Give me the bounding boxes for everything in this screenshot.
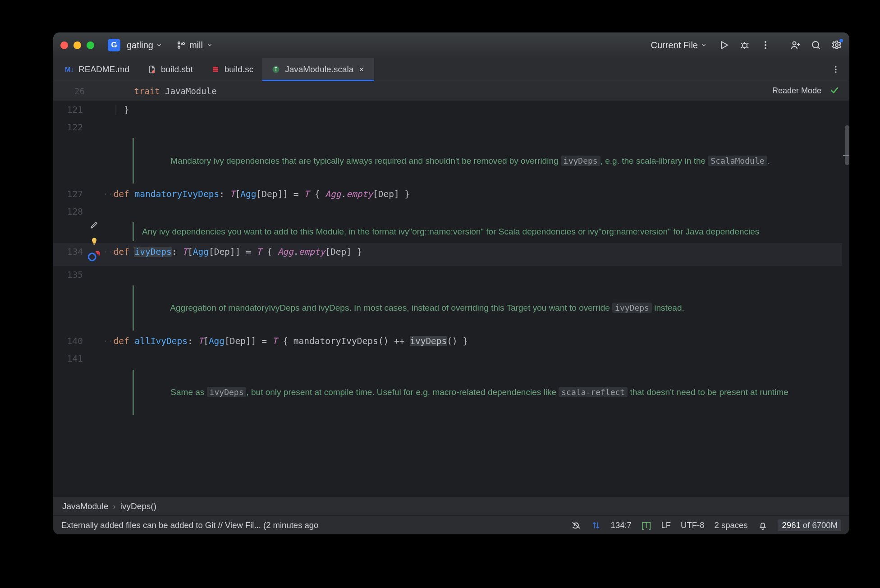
settings-button[interactable] xyxy=(831,40,842,51)
svg-point-10 xyxy=(835,44,838,46)
brace: } xyxy=(124,105,129,115)
gutter[interactable] xyxy=(86,332,103,334)
code-line: 122 xyxy=(53,119,849,136)
reader-mode-toggle[interactable]: Reader Mode xyxy=(772,86,821,96)
titlebar-right-toolbar xyxy=(790,40,842,51)
error-stripe[interactable] xyxy=(842,101,849,496)
doc-bar xyxy=(133,138,134,183)
svg-point-6 xyxy=(765,44,766,46)
line-number: 128 xyxy=(53,203,86,219)
svg-point-17 xyxy=(835,66,836,67)
tab-build-sc[interactable]: build.sc xyxy=(202,58,262,81)
more-actions-button[interactable] xyxy=(760,40,771,51)
gutter[interactable] xyxy=(86,185,103,187)
tab-javamodule[interactable]: T JavaModule.scala xyxy=(262,58,374,81)
search-icon xyxy=(811,40,821,51)
code-line: 121 │ } xyxy=(53,101,849,119)
title-bar: G gatling mill Current File xyxy=(53,32,849,58)
search-everywhere-button[interactable] xyxy=(811,40,821,51)
code-line-current: 134 ··def ivyDeps: T[Agg[Dep]] = T { Agg… xyxy=(53,243,849,266)
bell-icon xyxy=(758,520,768,530)
vcs-branch-dropdown[interactable]: mill xyxy=(177,40,213,51)
indent-button[interactable]: 2 spaces xyxy=(715,520,748,530)
run-config-dropdown[interactable]: Current File xyxy=(651,40,707,51)
kebab-icon xyxy=(760,40,771,51)
svg-point-4 xyxy=(742,43,747,48)
person-add-icon xyxy=(790,40,801,51)
minimize-window-button[interactable] xyxy=(73,41,81,49)
sync-button[interactable] xyxy=(591,520,601,530)
svg-point-19 xyxy=(835,71,836,73)
line-separator-button[interactable]: LF xyxy=(661,520,671,530)
tab-label: JavaModule.scala xyxy=(285,64,353,74)
svg-text:T: T xyxy=(275,67,277,72)
gutter[interactable] xyxy=(86,203,103,205)
swirl-icon xyxy=(571,520,581,530)
sticky-scope-header[interactable]: 26 trait JavaModule Reader Mode xyxy=(53,81,849,101)
doc-bar xyxy=(133,222,134,241)
encoding-button[interactable]: UTF-8 xyxy=(681,520,704,530)
scrollbar-thumb[interactable] xyxy=(845,125,849,165)
tab-label: build.sc xyxy=(225,64,253,74)
memory-indicator[interactable]: 2961 of 6700M xyxy=(778,519,841,531)
status-message[interactable]: Externally added files can be added to G… xyxy=(61,520,318,530)
tab-readme[interactable]: M↓ README.md xyxy=(56,58,138,81)
svg-rect-13 xyxy=(213,69,218,70)
close-tab-button[interactable] xyxy=(358,66,365,73)
breadcrumb: JavaModule › ivyDeps() xyxy=(53,496,849,515)
close-window-button[interactable] xyxy=(60,41,68,49)
bug-icon xyxy=(739,40,750,51)
svg-point-11 xyxy=(152,70,155,73)
line-number: 134 xyxy=(53,243,86,259)
gutter[interactable] xyxy=(86,266,103,268)
doc-inline-code: ScalaModule xyxy=(708,156,767,166)
play-icon xyxy=(719,40,729,51)
tab-mode-indicator[interactable]: [T] xyxy=(642,520,651,530)
doc-row: Mandatory ivy dependencies that are typi… xyxy=(53,136,849,185)
overriding-method-marker[interactable] xyxy=(86,245,103,266)
gutter[interactable] xyxy=(86,220,103,222)
trait-file-icon: T xyxy=(271,65,280,74)
status-bar: Externally added files can be added to G… xyxy=(53,515,849,534)
gutter[interactable] xyxy=(86,350,103,352)
stripe-mark[interactable] xyxy=(843,155,849,156)
editor[interactable]: 121 │ } 122 Mandatory ivy dependencies t… xyxy=(53,101,849,496)
tab-build-sbt[interactable]: build.sbt xyxy=(138,58,202,81)
sync-icon xyxy=(591,520,601,530)
caret-position-button[interactable]: 134:7 xyxy=(611,520,632,530)
code-line: 135 xyxy=(53,266,849,284)
line-number: 127 xyxy=(53,185,86,201)
doc-text: Mandatory ivy dependencies that are typi… xyxy=(142,138,710,183)
project-dropdown[interactable]: gatling xyxy=(127,40,162,51)
project-name-label: gatling xyxy=(127,40,153,51)
doc-inline-code: scala-reflect xyxy=(559,387,628,397)
chevron-down-icon xyxy=(206,42,213,48)
doc-text: Same as ivyDeps, but only present at com… xyxy=(142,370,710,415)
chevron-down-icon xyxy=(701,42,707,48)
tab-label: build.sbt xyxy=(161,64,193,74)
gutter[interactable] xyxy=(86,101,103,103)
run-config-label: Current File xyxy=(651,40,698,51)
gutter[interactable] xyxy=(86,243,103,266)
code-line: 140 ··def allIvyDeps: T[Agg[Dep]] = T { … xyxy=(53,332,849,350)
run-button[interactable] xyxy=(719,40,729,51)
zoom-window-button[interactable] xyxy=(87,41,94,49)
problems-status-button[interactable] xyxy=(830,85,839,97)
gutter[interactable] xyxy=(86,119,103,120)
keyword: trait xyxy=(134,86,160,96)
notifications-button[interactable] xyxy=(758,520,768,530)
debug-button[interactable] xyxy=(739,40,750,51)
code-line: 128 xyxy=(53,203,849,220)
tabs-menu-button[interactable] xyxy=(822,58,849,81)
run-toolbar xyxy=(719,40,771,51)
sticky-line-number: 26 xyxy=(53,86,93,96)
check-icon xyxy=(830,85,839,95)
code-with-me-button[interactable] xyxy=(790,40,801,51)
doc-text: Any ivy dependencies you want to add to … xyxy=(142,222,710,241)
doc-inline-code: ivyDeps xyxy=(561,156,600,166)
breadcrumb-item[interactable]: JavaModule xyxy=(62,501,108,511)
breadcrumb-item[interactable]: ivyDeps() xyxy=(120,501,156,511)
ai-assistant-button[interactable] xyxy=(571,520,581,530)
memory-used-label: 2961 xyxy=(782,520,801,530)
doc-bar xyxy=(133,285,134,331)
